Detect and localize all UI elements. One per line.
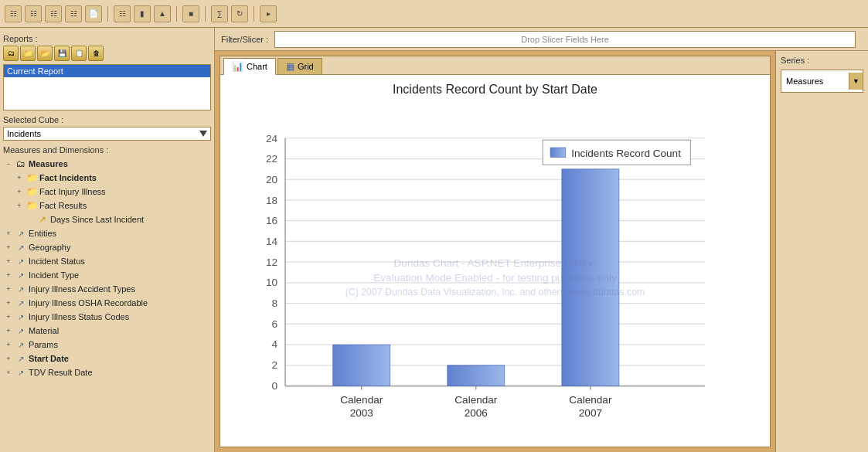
series-value: Measures	[786, 76, 823, 86]
expand-fact-results[interactable]: +	[14, 200, 25, 211]
tree-incident-type[interactable]: + ↗ Incident Type	[3, 268, 211, 282]
tree-geography[interactable]: + ↗ Geography	[3, 240, 211, 254]
svg-text:18: 18	[266, 195, 277, 206]
tree-fact-injury[interactable]: + 📁 Fact Injury Illness	[3, 185, 211, 199]
toolbar-btn-chart[interactable]: ▸	[260, 5, 277, 22]
tree-fact-results[interactable]: + 📁 Fact Results	[3, 199, 211, 212]
toolbar-separator-2	[176, 6, 177, 22]
start-date-label: Start Date	[29, 354, 69, 363]
toolbar-btn-sum[interactable]: ∑	[211, 5, 228, 22]
xlabel-2003: Calendar	[340, 394, 383, 406]
watermark-line3: (C) 2007 Dundas Data Visualization, Inc.…	[345, 287, 645, 297]
tab-chart[interactable]: 📊 Chart	[223, 58, 276, 75]
tree-start-date[interactable]: + ↗ Start Date	[3, 352, 211, 365]
toolbar-btn-5[interactable]: 📄	[85, 5, 102, 22]
expand-geography[interactable]: +	[3, 242, 14, 253]
entities-icon: ↗	[15, 227, 27, 240]
report-btn-6[interactable]: 🗑	[88, 46, 104, 61]
tree-incident-status[interactable]: + ↗ Incident Status	[3, 254, 211, 268]
toolbar-btn-3[interactable]: ☷	[45, 5, 62, 22]
tdv-result-label: TDV Result Date	[29, 368, 93, 377]
toolbar-btn-1[interactable]: ☷	[5, 5, 22, 22]
fact-injury-label: Fact Injury Illness	[39, 187, 106, 196]
svg-text:8: 8	[272, 297, 278, 309]
series-panel: Series : Measures ▼	[775, 51, 868, 452]
tree-fact-incidents[interactable]: + 📁 Fact Incidents	[3, 171, 211, 185]
series-dropdown-arrow[interactable]: ▼	[849, 73, 863, 90]
svg-text:2007: 2007	[579, 407, 602, 419]
tree-params[interactable]: + ↗ Params	[3, 338, 211, 352]
report-btn-3[interactable]: 📂	[37, 46, 53, 61]
material-icon: ↗	[15, 325, 27, 337]
expand-injury-accident[interactable]: +	[3, 284, 14, 294]
expand-start-date[interactable]: +	[3, 353, 14, 364]
report-btn-4[interactable]: 💾	[54, 46, 70, 61]
days-since-icon: ↗	[36, 213, 49, 226]
expand-incident-type[interactable]: +	[3, 270, 14, 280]
entities-label: Entities	[29, 229, 56, 238]
expand-fact-incidents[interactable]: +	[14, 172, 25, 183]
expand-measures[interactable]: −	[3, 158, 14, 169]
svg-text:2003: 2003	[350, 407, 373, 419]
toolbar-btn-stack[interactable]: ■	[182, 5, 199, 22]
incident-type-icon: ↗	[15, 269, 27, 281]
injury-osha-label: Injury Illness OSHA Recordable	[29, 298, 148, 308]
filter-label: Filter/Slicer :	[221, 35, 268, 44]
right-panel: Filter/Slicer : Drop Slicer Fields Here …	[215, 28, 868, 452]
filter-placeholder: Drop Slicer Fields Here	[521, 35, 609, 44]
svg-text:0: 0	[272, 381, 278, 393]
measures-dims-label: Measures and Dimensions :	[3, 145, 211, 155]
measures-folder-icon: 🗂	[15, 158, 27, 170]
tree-days-since[interactable]: ↗ Days Since Last Incident	[3, 212, 211, 226]
current-report-item[interactable]: Current Report	[4, 65, 210, 77]
report-btn-1[interactable]: 🗂	[3, 46, 19, 61]
expand-params[interactable]: +	[3, 339, 14, 350]
material-label: Material	[29, 326, 59, 335]
expand-injury-osha[interactable]: +	[3, 297, 14, 308]
svg-text:2006: 2006	[465, 407, 488, 419]
chart-title: Incidents Record Count by Start Date	[393, 83, 597, 97]
tree-entities[interactable]: + ↗ Entities	[3, 226, 211, 240]
svg-text:6: 6	[272, 318, 278, 330]
tree-injury-status-codes[interactable]: + ↗ Injury Illness Status Codes	[3, 310, 211, 324]
svg-text:16: 16	[266, 215, 277, 226]
tree-injury-accident[interactable]: + ↗ Injury Illness Accident Types	[3, 282, 211, 296]
series-dropdown[interactable]: Measures ▼	[781, 70, 863, 93]
xlabel-2006: Calendar	[454, 394, 498, 406]
watermark-line2: Evaluation Mode Enabled - for testing pu…	[373, 272, 617, 284]
fact-incidents-icon: 📁	[26, 172, 38, 184]
expand-tdv-result[interactable]: +	[3, 367, 14, 378]
svg-text:12: 12	[266, 257, 277, 268]
expand-injury-status-codes[interactable]: +	[3, 311, 14, 322]
incident-type-label: Incident Type	[29, 270, 79, 280]
svg-text:2: 2	[272, 359, 278, 371]
toolbar-btn-list[interactable]: ☷	[114, 5, 131, 22]
filter-drop-area[interactable]: Drop Slicer Fields Here	[274, 31, 856, 48]
tree-material[interactable]: + ↗ Material	[3, 324, 211, 338]
fact-injury-icon: 📁	[26, 185, 38, 198]
tree-injury-osha[interactable]: + ↗ Injury Illness OSHA Recordable	[3, 296, 211, 310]
tab-grid-label: Grid	[298, 62, 314, 71]
fact-results-icon: 📁	[26, 199, 38, 212]
expand-fact-injury[interactable]: +	[14, 186, 25, 197]
cube-select[interactable]: Incidents	[3, 127, 211, 141]
report-btn-2[interactable]: 📁	[20, 46, 36, 61]
report-btn-5[interactable]: 📋	[71, 46, 87, 61]
toolbar-btn-area[interactable]: ▲	[154, 5, 171, 22]
svg-text:24: 24	[266, 133, 278, 144]
toolbar-btn-4[interactable]: ☷	[65, 5, 82, 22]
left-panel: Reports : 🗂 📁 📂 💾 📋 🗑 Current Report Sel…	[0, 28, 215, 452]
expand-material[interactable]: +	[3, 325, 14, 336]
toolbar-btn-2[interactable]: ☷	[25, 5, 42, 22]
tab-grid[interactable]: ▦ Grid	[277, 58, 322, 74]
main-layout: Reports : 🗂 📁 📂 💾 📋 🗑 Current Report Sel…	[0, 28, 868, 452]
toolbar-separator-1	[107, 6, 108, 22]
tree-measures[interactable]: − 🗂 Measures	[3, 157, 211, 171]
expand-entities[interactable]: +	[3, 228, 14, 239]
toolbar-btn-bar[interactable]: ▮	[134, 5, 151, 22]
expand-incident-status[interactable]: +	[3, 256, 14, 267]
chart-panel: 📊 Chart ▦ Grid Incidents Record Count by…	[220, 56, 771, 447]
days-since-label: Days Since Last Incident	[50, 215, 144, 224]
tree-tdv-result[interactable]: + ↗ TDV Result Date	[3, 365, 211, 379]
toolbar-btn-refresh[interactable]: ↻	[231, 5, 248, 22]
